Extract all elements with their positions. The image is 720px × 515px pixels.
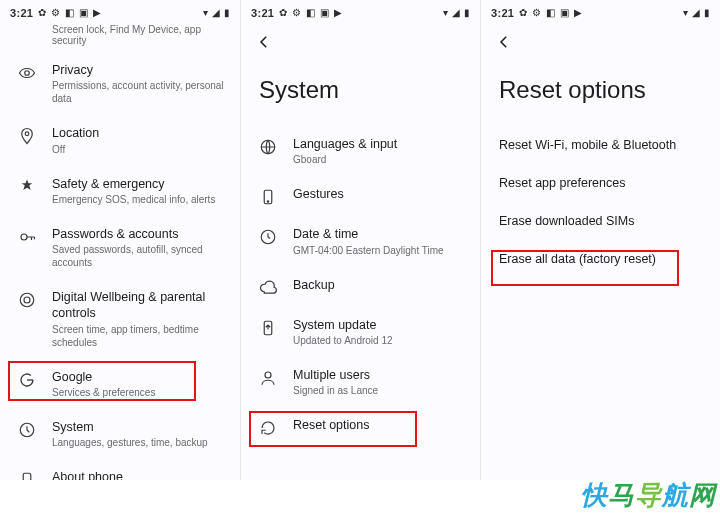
system-row-update[interactable]: System update Updated to Android 12: [241, 307, 480, 357]
system-row-backup[interactable]: Backup: [241, 267, 480, 307]
datetime-icon: [259, 228, 277, 246]
pane-reset-options: 3:21 ✿ ⚙ ◧ ▣ ▶ ▾ ◢ ▮ Reset options Reset…: [480, 0, 720, 480]
system-icon: [18, 421, 36, 439]
google-icon: [18, 371, 36, 389]
status-clock: 3:21: [10, 7, 33, 19]
row-title: Multiple users: [293, 367, 466, 383]
status-bar: 3:21 ✿ ⚙ ◧ ▣ ▶ ▾ ◢ ▮: [0, 0, 240, 26]
reset-row-sims[interactable]: Erase downloaded SIMs: [481, 202, 720, 240]
wifi-icon: ▾: [203, 8, 208, 18]
page-title: System: [241, 58, 480, 126]
row-subtitle: GMT-04:00 Eastern Daylight Time: [293, 244, 466, 257]
system-row-reset[interactable]: Reset options: [241, 407, 480, 447]
status-icon: ▣: [320, 8, 329, 18]
settings-row-privacy[interactable]: Privacy Permissions, account activity, p…: [0, 52, 240, 115]
row-subtitle: Off: [52, 143, 226, 156]
system-row-languages[interactable]: Languages & input Gboard: [241, 126, 480, 176]
row-subtitle: Emergency SOS, medical info, alerts: [52, 193, 226, 206]
status-icon: ▶: [93, 8, 101, 18]
row-subtitle: Signed in as Lance: [293, 384, 466, 397]
status-icon: ⚙: [51, 8, 60, 18]
row-subtitle: Gboard: [293, 153, 466, 166]
status-clock: 3:21: [251, 7, 274, 19]
status-icon: ▣: [560, 8, 569, 18]
gestures-icon: [259, 188, 277, 206]
system-row-datetime[interactable]: Date & time GMT-04:00 Eastern Daylight T…: [241, 216, 480, 266]
svg-point-1: [25, 132, 29, 136]
row-title: Location: [52, 125, 226, 141]
row-title: Digital Wellbeing & parental controls: [52, 289, 226, 322]
reset-row-app-prefs[interactable]: Reset app preferences: [481, 164, 720, 202]
watermark: 快马导航网: [581, 478, 716, 513]
status-icon: ▣: [79, 8, 88, 18]
signal-icon: ◢: [212, 8, 220, 18]
system-row-users[interactable]: Multiple users Signed in as Lance: [241, 357, 480, 407]
wifi-icon: ▾: [443, 8, 448, 18]
status-icon: ⚙: [292, 8, 301, 18]
users-icon: [259, 369, 277, 387]
svg-point-3: [20, 293, 34, 307]
about-icon: [18, 471, 36, 480]
row-title: System update: [293, 317, 466, 333]
pane-system: 3:21 ✿ ⚙ ◧ ▣ ▶ ▾ ◢ ▮ System Languages & …: [240, 0, 480, 480]
settings-row-wellbeing[interactable]: Digital Wellbeing & parental controls Sc…: [0, 279, 240, 359]
back-button[interactable]: [495, 33, 513, 51]
row-subtitle: Languages, gestures, time, backup: [52, 436, 226, 449]
page-title: Reset options: [481, 58, 720, 126]
row-subtitle: Services & preferences: [52, 386, 226, 399]
reset-row-wifi[interactable]: Reset Wi-Fi, mobile & Bluetooth: [481, 126, 720, 164]
row-title: Gestures: [293, 186, 466, 202]
status-icon: ▶: [574, 8, 582, 18]
status-icon: ⚙: [532, 8, 541, 18]
settings-row-system[interactable]: System Languages, gestures, time, backup: [0, 409, 240, 459]
status-icon: ✿: [519, 8, 527, 18]
settings-row-google[interactable]: Google Services & preferences: [0, 359, 240, 409]
safety-icon: [18, 178, 36, 196]
row-title: Languages & input: [293, 136, 466, 152]
status-bar: 3:21 ✿ ⚙ ◧ ▣ ▶ ▾ ◢ ▮: [241, 0, 480, 26]
svg-point-2: [21, 234, 27, 240]
battery-icon: ▮: [464, 8, 470, 18]
pane-settings: 3:21 ✿ ⚙ ◧ ▣ ▶ ▾ ◢ ▮ Screen lock, Find M…: [0, 0, 240, 480]
svg-point-4: [24, 297, 30, 303]
row-subtitle: Updated to Android 12: [293, 334, 466, 347]
battery-icon: ▮: [704, 8, 710, 18]
wifi-icon: ▾: [683, 8, 688, 18]
row-title: About phone: [52, 469, 226, 480]
back-button[interactable]: [255, 33, 273, 51]
status-icon: ▶: [334, 8, 342, 18]
signal-icon: ◢: [452, 8, 460, 18]
settings-row-location[interactable]: Location Off: [0, 115, 240, 165]
wellbeing-icon: [18, 291, 36, 309]
svg-point-0: [25, 71, 30, 76]
update-icon: [259, 319, 277, 337]
row-title: Backup: [293, 277, 466, 293]
languages-icon: [259, 138, 277, 156]
cutoff-subtitle: Screen lock, Find My Device, app securit…: [0, 24, 240, 52]
row-title: Reset options: [293, 417, 466, 433]
settings-row-passwords[interactable]: Passwords & accounts Saved passwords, au…: [0, 216, 240, 279]
row-subtitle: Saved passwords, autofill, synced accoun…: [52, 243, 226, 269]
status-icon: ◧: [306, 8, 315, 18]
row-title: Date & time: [293, 226, 466, 242]
status-icon: ✿: [38, 8, 46, 18]
row-subtitle: Screen time, app timers, bedtime schedul…: [52, 323, 226, 349]
status-clock: 3:21: [491, 7, 514, 19]
signal-icon: ◢: [692, 8, 700, 18]
system-row-gestures[interactable]: Gestures: [241, 176, 480, 216]
row-title: Safety & emergency: [52, 176, 226, 192]
status-bar: 3:21 ✿ ⚙ ◧ ▣ ▶ ▾ ◢ ▮: [481, 0, 720, 26]
privacy-icon: [18, 64, 36, 82]
svg-point-14: [265, 372, 271, 378]
row-title: Google: [52, 369, 226, 385]
row-title: System: [52, 419, 226, 435]
svg-point-11: [267, 201, 269, 203]
reset-icon: [259, 419, 277, 437]
backup-icon: [259, 279, 277, 297]
svg-rect-6: [23, 473, 31, 480]
settings-row-safety[interactable]: Safety & emergency Emergency SOS, medica…: [0, 166, 240, 216]
row-subtitle: Permissions, account activity, personal …: [52, 79, 226, 105]
reset-row-factory-reset[interactable]: Erase all data (factory reset): [481, 240, 720, 278]
settings-row-about[interactable]: About phone Pixel 4a: [0, 459, 240, 480]
passwords-icon: [18, 228, 36, 246]
